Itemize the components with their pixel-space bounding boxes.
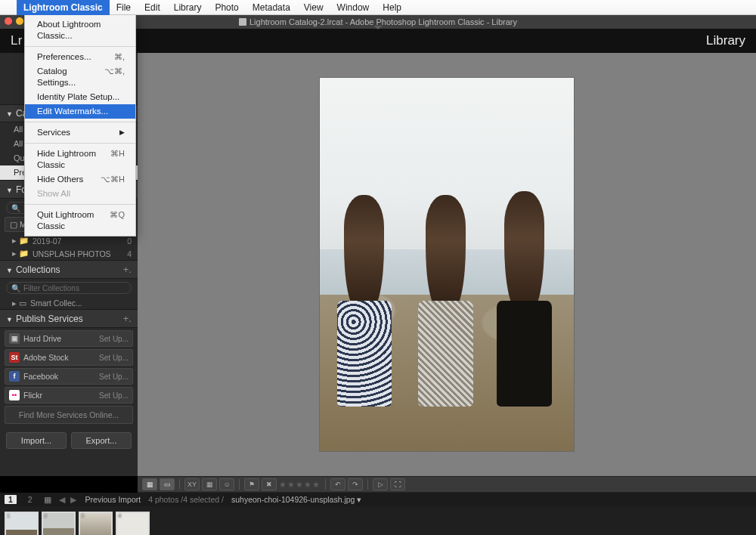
rotate-cw-button[interactable]: ↷ bbox=[348, 478, 363, 490]
survey-view-button[interactable]: ▦ bbox=[202, 478, 217, 490]
flag-pick-button[interactable]: ⚑ bbox=[244, 478, 259, 490]
search-icon: 🔍 bbox=[11, 204, 20, 212]
menu-separator bbox=[25, 204, 135, 205]
grid-view-button[interactable]: ▦ bbox=[142, 478, 157, 490]
rotate-ccw-button[interactable]: ↶ bbox=[330, 478, 345, 490]
publish-adobe-stock[interactable]: StAdobe StockSet Up... bbox=[5, 349, 133, 366]
menu-separator bbox=[25, 143, 135, 144]
window-title: Lightroom Catalog-2.lrcat - Adobe Photos… bbox=[249, 17, 517, 26]
flag-reject-button[interactable]: ✖ bbox=[262, 478, 277, 490]
menu-library[interactable]: Library bbox=[167, 0, 209, 15]
module-picker-library[interactable]: Library bbox=[706, 33, 745, 48]
filmstrip[interactable]: 1 2 3 4 bbox=[0, 506, 756, 535]
add-collection-icon[interactable]: +. bbox=[123, 264, 132, 275]
collections-filter-input[interactable]: 🔍Filter Collections bbox=[6, 282, 132, 294]
add-publish-icon[interactable]: +. bbox=[123, 313, 132, 324]
publish-facebook[interactable]: fFacebookSet Up... bbox=[5, 368, 133, 385]
menu-hide-others[interactable]: Hide Others⌥⌘H bbox=[25, 172, 135, 187]
menu-file[interactable]: File bbox=[110, 0, 138, 15]
people-view-button[interactable]: ☺ bbox=[219, 478, 234, 490]
app-dropdown-menu: About Lightroom Classic... Preferences..… bbox=[24, 15, 136, 237]
grid-icon[interactable]: ▦ bbox=[44, 495, 51, 504]
smart-collections[interactable]: ▸ ▭Smart Collec... bbox=[0, 297, 138, 309]
menu-identity-plate[interactable]: Identity Plate Setup... bbox=[25, 90, 135, 104]
collections-panel-header[interactable]: ▼Collections+. bbox=[0, 260, 138, 279]
menu-separator bbox=[25, 46, 135, 47]
panel-collapse-icon[interactable] bbox=[373, 26, 383, 29]
menu-view[interactable]: View bbox=[297, 0, 330, 15]
menu-services[interactable]: Services▶ bbox=[25, 125, 135, 140]
folder-unsplash[interactable]: ▸ 📁UNSPLASH PHOTOS4 bbox=[0, 247, 138, 260]
filmstrip-info-bar: 1 2 ▦ ◀ ▶ Previous Import 4 photos /4 se… bbox=[0, 493, 756, 506]
filmstrip-thumb[interactable]: 3 bbox=[79, 512, 113, 535]
menu-metadata[interactable]: Metadata bbox=[246, 0, 297, 15]
menu-help[interactable]: Help bbox=[376, 0, 408, 15]
slideshow-button[interactable]: ▷ bbox=[373, 478, 388, 490]
document-icon bbox=[239, 18, 246, 26]
screen-2[interactable]: 2 bbox=[24, 495, 36, 504]
menu-edit[interactable]: Edit bbox=[138, 0, 167, 15]
screen-1[interactable]: 1 bbox=[5, 495, 17, 504]
menu-catalog-settings[interactable]: Catalog Settings...⌥⌘, bbox=[25, 64, 135, 90]
menu-hide-app[interactable]: Hide Lightroom Classic⌘H bbox=[25, 147, 135, 172]
import-button[interactable]: Import... bbox=[6, 432, 67, 449]
mac-menubar: Lightroom Classic File Edit Library Phot… bbox=[0, 0, 756, 15]
filmstrip-thumb[interactable]: 4 bbox=[116, 512, 150, 535]
publish-panel-header[interactable]: ▼Publish Services+. bbox=[0, 309, 138, 328]
menu-app[interactable]: Lightroom Classic bbox=[17, 0, 110, 15]
search-icon: 🔍 bbox=[11, 284, 20, 292]
menu-edit-watermarks[interactable]: Edit Watermarks... bbox=[25, 104, 135, 119]
menu-window[interactable]: Window bbox=[330, 0, 376, 15]
filmstrip-thumb[interactable]: 1 bbox=[5, 512, 39, 535]
loupe-view-button[interactable]: ▭ bbox=[160, 478, 175, 490]
app-logo: Lr bbox=[11, 33, 23, 48]
menu-about[interactable]: About Lightroom Classic... bbox=[25, 17, 135, 43]
import-export-row: Import... Export... bbox=[0, 426, 138, 455]
menu-quit[interactable]: Quit Lightroom Classic⌘Q bbox=[25, 208, 135, 233]
source-label: Previous Import bbox=[85, 495, 141, 504]
menu-photo[interactable]: Photo bbox=[208, 0, 245, 15]
crop-button[interactable]: ⛶ bbox=[390, 478, 405, 490]
loupe-view[interactable] bbox=[138, 53, 756, 476]
photo-preview bbox=[320, 78, 574, 451]
menu-preferences[interactable]: Preferences...⌘, bbox=[25, 50, 135, 64]
rating-stars[interactable]: ★★★★★ bbox=[279, 480, 321, 490]
current-filename: suhyeon-choi-104926-unsplash.jpg ▾ bbox=[231, 495, 361, 504]
photo-count: 4 photos /4 selected / bbox=[148, 495, 224, 504]
export-button[interactable]: Export... bbox=[71, 432, 132, 449]
publish-hard-drive[interactable]: ▣Hard DriveSet Up... bbox=[5, 330, 133, 347]
filmstrip-thumb[interactable]: 2 bbox=[42, 512, 76, 535]
minimize-window-icon[interactable] bbox=[16, 17, 23, 25]
library-toolbar: ▦ ▭ XY ▦ ☺ ⚑ ✖ ★★★★★ ↶ ↷ ▷ ⛶ bbox=[138, 476, 756, 493]
close-window-icon[interactable] bbox=[5, 17, 12, 25]
publish-flickr[interactable]: ••FlickrSet Up... bbox=[5, 387, 133, 404]
compare-view-button[interactable]: XY bbox=[184, 478, 200, 490]
menu-separator bbox=[25, 122, 135, 122]
nav-arrows[interactable]: ◀ ▶ bbox=[59, 495, 78, 504]
menu-show-all: Show All bbox=[25, 187, 135, 201]
find-more-services[interactable]: Find More Services Online... bbox=[5, 406, 133, 424]
